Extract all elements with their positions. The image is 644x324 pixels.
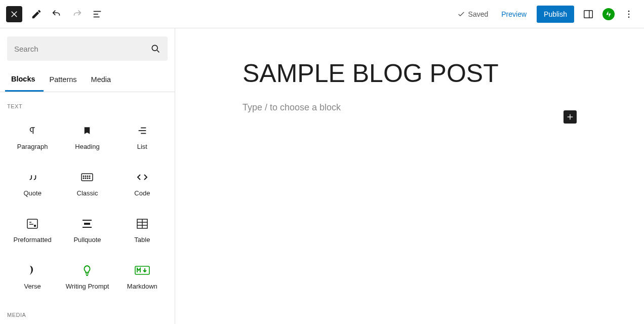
verse-icon bbox=[28, 263, 37, 277]
svg-point-7 bbox=[628, 10, 630, 12]
svg-point-18 bbox=[88, 176, 89, 177]
edit-tools-button[interactable] bbox=[27, 5, 46, 23]
svg-line-11 bbox=[157, 50, 159, 52]
publish-button[interactable]: Publish bbox=[537, 6, 574, 23]
more-vert-icon bbox=[624, 9, 634, 19]
add-block-button[interactable] bbox=[564, 110, 577, 124]
block-table[interactable]: Table bbox=[115, 207, 170, 253]
block-writing-prompt-label: Writing Prompt bbox=[66, 282, 109, 290]
preview-button[interactable]: Preview bbox=[496, 6, 532, 22]
block-table-label: Table bbox=[134, 236, 150, 244]
quote-icon bbox=[27, 170, 38, 184]
svg-point-17 bbox=[86, 176, 87, 177]
block-paragraph[interactable]: Paragraph bbox=[5, 113, 60, 160]
check-icon bbox=[457, 10, 465, 18]
saved-label: Saved bbox=[468, 10, 489, 18]
search-icon bbox=[150, 44, 160, 54]
svg-point-16 bbox=[84, 176, 85, 177]
block-grid-text: Paragraph Heading List Quote Classic bbox=[5, 113, 170, 300]
top-toolbar: Saved Preview Publish bbox=[0, 0, 644, 28]
tab-blocks[interactable]: Blocks bbox=[5, 68, 44, 92]
table-icon bbox=[137, 217, 148, 231]
tab-patterns[interactable]: Patterns bbox=[44, 68, 85, 92]
svg-point-19 bbox=[90, 176, 91, 177]
writing-prompt-icon bbox=[83, 263, 92, 277]
block-classic[interactable]: Classic bbox=[60, 160, 114, 207]
inserter-sidebar: Blocks Patterns Media TEXT Paragraph Hea… bbox=[0, 28, 175, 324]
jetpack-icon bbox=[605, 10, 613, 18]
saved-status: Saved bbox=[457, 10, 489, 18]
block-quote-label: Quote bbox=[23, 189, 41, 197]
undo-icon bbox=[51, 9, 62, 20]
svg-rect-29 bbox=[84, 223, 90, 225]
svg-point-21 bbox=[86, 178, 87, 179]
block-paragraph-label: Paragraph bbox=[17, 143, 48, 150]
close-inserter-button[interactable] bbox=[6, 6, 22, 22]
block-verse[interactable]: Verse bbox=[5, 253, 60, 300]
svg-rect-15 bbox=[82, 174, 93, 181]
block-heading-label: Heading bbox=[75, 143, 99, 150]
svg-point-10 bbox=[152, 45, 157, 51]
svg-point-22 bbox=[88, 178, 89, 179]
svg-point-9 bbox=[628, 16, 630, 18]
body-area: Blocks Patterns Media TEXT Paragraph Hea… bbox=[0, 28, 644, 324]
block-markdown[interactable]: Markdown bbox=[115, 253, 170, 300]
pencil-icon bbox=[31, 9, 42, 20]
block-classic-label: Classic bbox=[77, 189, 98, 197]
heading-icon bbox=[83, 124, 92, 138]
block-placeholder[interactable]: Type / to choose a block bbox=[243, 102, 577, 113]
paragraph-icon bbox=[27, 124, 38, 138]
code-icon bbox=[136, 170, 148, 184]
inserter-tabs: Blocks Patterns Media bbox=[0, 68, 175, 92]
tab-extra-button[interactable] bbox=[156, 71, 175, 89]
close-icon bbox=[10, 10, 19, 19]
pullquote-icon bbox=[82, 217, 93, 231]
block-preformatted[interactable]: Preformatted bbox=[5, 207, 60, 253]
markdown-icon bbox=[135, 263, 150, 277]
toolbar-left-group bbox=[6, 5, 106, 23]
search-box[interactable] bbox=[7, 36, 168, 61]
section-label-media: MEDIA bbox=[5, 300, 170, 323]
block-code[interactable]: Code bbox=[115, 160, 170, 207]
block-pullquote[interactable]: Pullquote bbox=[60, 207, 114, 253]
block-verse-label: Verse bbox=[24, 282, 41, 290]
settings-sidebar-button[interactable] bbox=[579, 5, 597, 23]
editor-canvas[interactable]: SAMPLE BLOG POST Type / to choose a bloc… bbox=[175, 28, 644, 324]
sidebar-toggle-icon bbox=[583, 9, 594, 20]
plus-icon bbox=[566, 113, 574, 121]
svg-point-23 bbox=[90, 178, 91, 179]
svg-point-8 bbox=[628, 13, 630, 15]
block-list[interactable]: List bbox=[115, 113, 170, 160]
more-options-button[interactable] bbox=[620, 5, 638, 23]
preformatted-icon bbox=[27, 217, 38, 231]
redo-icon bbox=[71, 9, 83, 20]
svg-rect-5 bbox=[584, 10, 593, 18]
block-heading[interactable]: Heading bbox=[60, 113, 114, 160]
list-icon bbox=[137, 124, 148, 138]
svg-point-27 bbox=[34, 225, 36, 226]
svg-point-20 bbox=[84, 178, 85, 179]
outline-icon bbox=[92, 9, 103, 20]
svg-rect-24 bbox=[27, 219, 37, 228]
search-input[interactable] bbox=[14, 45, 150, 53]
redo-button[interactable] bbox=[68, 5, 86, 23]
toolbar-right-group: Saved Preview Publish bbox=[457, 5, 638, 23]
block-markdown-label: Markdown bbox=[127, 282, 157, 290]
undo-button[interactable] bbox=[48, 5, 66, 23]
block-pullquote-label: Pullquote bbox=[73, 236, 101, 244]
document-overview-button[interactable] bbox=[88, 5, 106, 23]
block-writing-prompt[interactable]: Writing Prompt bbox=[60, 253, 114, 300]
block-list-label: List bbox=[137, 143, 147, 150]
post-title[interactable]: SAMPLE BLOG POST bbox=[243, 59, 577, 88]
jetpack-badge[interactable] bbox=[602, 8, 615, 20]
classic-icon bbox=[81, 170, 93, 184]
block-preformatted-label: Preformatted bbox=[14, 236, 52, 244]
tab-media[interactable]: Media bbox=[85, 68, 119, 92]
block-code-label: Code bbox=[134, 189, 150, 197]
canvas-content: SAMPLE BLOG POST Type / to choose a bloc… bbox=[243, 59, 577, 113]
section-label-text: TEXT bbox=[5, 92, 170, 113]
block-quote[interactable]: Quote bbox=[5, 160, 60, 207]
